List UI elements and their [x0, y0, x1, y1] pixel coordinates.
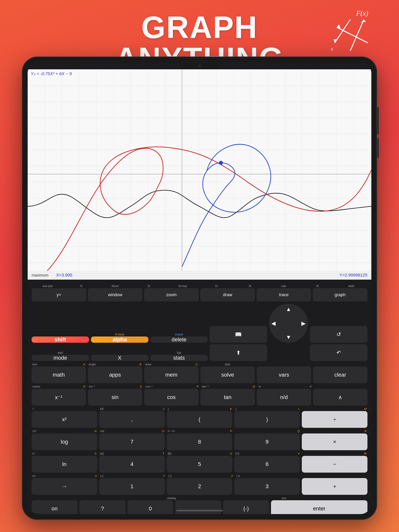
btn-lparen[interactable]: (	[167, 411, 232, 428]
label-L3: L3	[236, 474, 301, 477]
btn-zoom[interactable]: zoom	[144, 288, 199, 301]
camera-bar	[180, 62, 219, 69]
label-alock: A-lock	[115, 333, 124, 336]
btn-mode[interactable]: mode	[32, 355, 89, 361]
label-C: C	[171, 363, 199, 366]
label-test: test	[32, 363, 59, 366]
ipad-frame: Y₁ = -0.75X³ + 6X − 9	[22, 57, 377, 520]
ipad-screen: Y₁ = -0.75X³ + 6X − 9	[28, 62, 371, 514]
btn-graph[interactable]: graph	[313, 288, 367, 301]
btn-divide[interactable]: ÷	[302, 411, 367, 428]
btn-9[interactable]: 9	[234, 433, 300, 450]
btn-3[interactable]: 3	[234, 478, 300, 495]
btn-caret[interactable]: ∧	[313, 389, 367, 406]
btn-x[interactable]: X	[91, 355, 148, 361]
btn-question[interactable]: ?	[79, 500, 125, 514]
label-E: E	[140, 385, 142, 388]
btn-undo[interactable]: ↶	[310, 344, 367, 361]
btn-apps[interactable]: apps	[88, 367, 142, 383]
btn-tan[interactable]: tan	[200, 389, 255, 406]
label-insert: insert	[175, 333, 183, 336]
label-nd2: n/d	[100, 429, 104, 433]
btn-solve[interactable]: solve	[200, 367, 255, 383]
btn-alpha[interactable]: alpha	[91, 336, 148, 343]
btn-upload[interactable]: ⬆	[210, 344, 267, 361]
btn-enter[interactable]: enter	[271, 500, 367, 514]
label-L2: L2	[168, 474, 172, 477]
fn-label-calc: calc	[268, 284, 300, 288]
label-FD: F↔D	[168, 429, 174, 433]
btn-nd[interactable]: n/d	[257, 389, 311, 406]
label-tan-inv: tan⁻¹	[202, 385, 209, 388]
label-ex: eˣ	[32, 452, 35, 455]
btn-sin[interactable]: sin	[88, 389, 142, 406]
btn-redo[interactable]: ↺	[310, 326, 367, 343]
btn-4[interactable]: 4	[99, 456, 165, 473]
label-P: P	[230, 429, 232, 433]
label-rcl: rcl	[32, 474, 35, 477]
graph-screen[interactable]: Y₁ = -0.75X³ + 6X − 9	[28, 69, 371, 280]
btn-minus[interactable]: −	[302, 456, 367, 473]
dpad-down[interactable]: ▼	[286, 334, 291, 340]
volume-down-button[interactable]	[377, 138, 379, 158]
graph-svg	[28, 69, 371, 280]
btn-2[interactable]: 2	[167, 478, 232, 495]
btn-on[interactable]: on	[32, 500, 77, 514]
label-cos-inv: cos⁻¹	[146, 385, 153, 388]
btn-xinv[interactable]: x⁻¹	[32, 389, 86, 406]
label-brace-close: }	[236, 407, 237, 411]
dpad-right[interactable]: ▶	[301, 320, 306, 327]
label-V: V	[298, 452, 300, 455]
dpad-left[interactable]: ◀	[271, 320, 276, 327]
btn-cos[interactable]: cos	[144, 389, 199, 406]
btn-shift[interactable]: shift	[32, 336, 89, 343]
label-O: O	[162, 429, 164, 433]
btn-decimal[interactable]: .	[175, 500, 221, 514]
label-catalog: catalog	[144, 496, 199, 500]
label-A: A	[59, 363, 86, 366]
volume-up-button[interactable]	[377, 115, 379, 134]
btn-stats[interactable]: stats	[150, 355, 208, 361]
btn-multiply[interactable]: ×	[302, 433, 367, 450]
svg-text:x: x	[331, 46, 333, 52]
btn-8[interactable]: 8	[167, 433, 232, 450]
btn-xsq[interactable]: x²	[32, 411, 97, 428]
label-EE: EE	[100, 407, 104, 411]
btn-rparen[interactable]: )	[234, 411, 300, 428]
btn-clear[interactable]: clear	[313, 367, 367, 383]
label-exit: exit	[58, 351, 63, 355]
btn-5[interactable]: 5	[167, 456, 232, 473]
svg-point-43	[219, 161, 223, 165]
graph-status: maximum X=3.995 Y=2.99998125	[28, 271, 371, 280]
label-N: N	[95, 429, 97, 433]
btn-1[interactable]: 1	[99, 478, 165, 495]
btn-negate[interactable]: (-)	[223, 500, 269, 514]
btn-6[interactable]: 6	[234, 456, 300, 473]
btn-draw[interactable]: draw	[200, 288, 255, 301]
btn-sto[interactable]: →	[32, 478, 97, 495]
btn-window[interactable]: window	[88, 288, 143, 301]
svg-text:F(x): F(x)	[356, 9, 368, 17]
btn-book[interactable]: 📖	[210, 326, 267, 343]
graph-formula: Y₁ = -0.75X³ + 6X − 9	[31, 71, 72, 76]
label-R: R	[302, 429, 367, 433]
btn-ln[interactable]: ln	[32, 456, 97, 473]
btn-math[interactable]: math	[32, 367, 86, 383]
btn-0[interactable]: 0	[127, 500, 174, 514]
calculator-area: stat plot f1 tblset f2 format f3 f4 calc…	[28, 280, 371, 514]
btn-mem[interactable]: mem	[144, 367, 199, 383]
btn-7[interactable]: 7	[99, 433, 165, 450]
dpad[interactable]: ▲ ▼ ◀ ▶	[269, 304, 308, 343]
btn-plus[interactable]: +	[302, 478, 367, 495]
label-Y: Y	[163, 474, 165, 477]
btn-trace[interactable]: trace	[257, 288, 311, 301]
btn-log[interactable]: log	[32, 433, 97, 450]
btn-delete[interactable]: delete	[150, 336, 208, 343]
btn-comma[interactable]: ,	[99, 411, 165, 428]
dpad-up[interactable]: ▲	[286, 306, 291, 312]
label-angle: angle	[88, 363, 115, 366]
label-matrix: matrix	[32, 385, 40, 388]
btn-y=[interactable]: y=	[32, 288, 86, 301]
btn-vars[interactable]: vars	[257, 367, 311, 383]
label-D: D	[83, 385, 85, 388]
